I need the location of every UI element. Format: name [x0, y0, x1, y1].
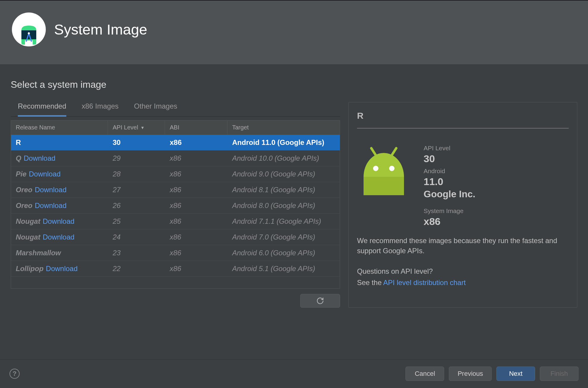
- target-cell: Android 8.0 (Google APIs): [227, 198, 340, 213]
- vendor-value: Google Inc.: [424, 189, 475, 200]
- target-cell: Android 5.1 (Google APIs): [227, 261, 340, 276]
- release-name: Q: [16, 154, 21, 162]
- abi-cell: x86: [165, 182, 227, 198]
- table-row[interactable]: QDownload29x86Android 10.0 (Google APIs): [11, 150, 340, 166]
- target-cell: Android 6.0 (Google APIs): [227, 245, 340, 261]
- target-cell: Android 7.1.1 (Google APIs): [227, 214, 340, 229]
- dialog-title: System Image: [54, 21, 147, 38]
- previous-button[interactable]: Previous: [449, 367, 492, 381]
- api-level-value: 30: [424, 153, 475, 165]
- platform-label: Android: [424, 168, 475, 175]
- svg-point-5: [389, 166, 394, 171]
- release-name: Pie: [16, 170, 26, 178]
- table-row[interactable]: LollipopDownload22x86Android 5.1 (Google…: [11, 261, 340, 276]
- target-cell: Android 10.0 (Google APIs): [227, 151, 340, 166]
- svg-point-1: [28, 32, 30, 35]
- api-distribution-link[interactable]: API level distribution chart: [383, 279, 466, 287]
- detail-panel: R API Level 30: [348, 102, 577, 308]
- api-level-cell: 26: [108, 198, 165, 213]
- abi-cell: x86: [165, 198, 227, 213]
- table-row[interactable]: NougatDownload25x86Android 7.1.1 (Google…: [11, 213, 340, 229]
- api-level-cell: 22: [108, 261, 165, 276]
- table-row[interactable]: Marshmallow23x86Android 6.0 (Google APIs…: [11, 245, 340, 261]
- see-prefix: See the: [357, 279, 383, 287]
- finish-button[interactable]: Finish: [540, 367, 578, 381]
- system-image-table: Release Name API Level ▼ ABI Target R30x…: [11, 120, 340, 289]
- target-cell: Android 9.0 (Google APIs): [227, 166, 340, 182]
- tab-other-images[interactable]: Other Images: [134, 102, 177, 117]
- table-header-row: Release Name API Level ▼ ABI Target: [11, 121, 340, 134]
- download-link[interactable]: Download: [43, 233, 75, 241]
- api-level-cell: 29: [108, 151, 165, 166]
- api-level-cell: 28: [108, 166, 165, 182]
- question-text: Questions on API level?: [357, 266, 569, 276]
- detail-title: R: [357, 111, 569, 129]
- column-api-label: API Level: [113, 124, 138, 131]
- table-row[interactable]: OreoDownload26x86Android 8.0 (Google API…: [11, 198, 340, 213]
- download-link[interactable]: Download: [46, 265, 78, 273]
- tab-x86-images[interactable]: x86 Images: [82, 102, 119, 117]
- cancel-button[interactable]: Cancel: [405, 367, 444, 381]
- abi-cell: x86: [165, 166, 227, 182]
- android-robot-icon: [357, 142, 411, 227]
- tabs: Recommendedx86 ImagesOther Images: [11, 102, 340, 117]
- download-link[interactable]: Download: [35, 186, 67, 194]
- release-name: Nougat: [16, 217, 40, 225]
- android-studio-icon: [12, 12, 46, 46]
- target-cell: Android 8.1 (Google APIs): [227, 182, 340, 198]
- api-level-cell: 27: [108, 182, 165, 198]
- tab-recommended[interactable]: Recommended: [18, 102, 66, 117]
- download-link[interactable]: Download: [35, 201, 67, 209]
- abi-cell: x86: [165, 261, 227, 276]
- next-button[interactable]: Next: [496, 367, 535, 381]
- api-level-cell: 30: [108, 135, 165, 150]
- refresh-icon: [316, 297, 324, 305]
- api-level-label: API Level: [424, 145, 475, 152]
- column-release-name[interactable]: Release Name: [11, 121, 108, 134]
- svg-point-4: [373, 166, 378, 171]
- release-name: Nougat: [16, 233, 40, 241]
- table-row[interactable]: OreoDownload27x86Android 8.1 (Google API…: [11, 182, 340, 198]
- page-subtitle: Select a system image: [11, 79, 577, 90]
- system-image-label: System Image: [424, 207, 475, 215]
- platform-value: 11.0: [424, 176, 475, 187]
- column-api-level[interactable]: API Level ▼: [108, 121, 165, 134]
- release-name: Oreo: [16, 186, 32, 194]
- abi-cell: x86: [165, 151, 227, 166]
- api-level-cell: 25: [108, 214, 165, 229]
- sort-desc-icon: ▼: [141, 125, 145, 130]
- target-cell: Android 11.0 (Google APIs): [227, 135, 340, 150]
- api-level-cell: 23: [108, 245, 165, 261]
- dialog-header: System Image: [0, 1, 588, 64]
- see-link-row: See the API level distribution chart: [357, 278, 569, 288]
- download-link[interactable]: Download: [43, 217, 75, 225]
- abi-cell: x86: [165, 229, 227, 245]
- release-name: Oreo: [16, 201, 32, 209]
- table-row[interactable]: PieDownload28x86Android 9.0 (Google APIs…: [11, 166, 340, 182]
- help-button[interactable]: ?: [10, 369, 20, 379]
- refresh-button[interactable]: [300, 294, 340, 308]
- system-image-value: x86: [424, 216, 475, 227]
- table-row[interactable]: NougatDownload24x86Android 7.0 (Google A…: [11, 229, 340, 245]
- target-cell: Android 7.0 (Google APIs): [227, 229, 340, 245]
- download-link[interactable]: Download: [24, 154, 56, 162]
- release-name: R: [16, 138, 21, 146]
- abi-cell: x86: [165, 245, 227, 261]
- column-abi[interactable]: ABI: [165, 121, 227, 134]
- recommendation-text: We recommend these images because they r…: [357, 236, 569, 256]
- abi-cell: x86: [165, 135, 227, 150]
- release-name: Marshmallow: [16, 249, 61, 257]
- table-row[interactable]: R30x86Android 11.0 (Google APIs): [11, 134, 340, 150]
- abi-cell: x86: [165, 214, 227, 229]
- download-link[interactable]: Download: [29, 170, 61, 178]
- release-name: Lollipop: [16, 265, 43, 273]
- api-level-cell: 24: [108, 229, 165, 245]
- column-target[interactable]: Target: [227, 121, 340, 134]
